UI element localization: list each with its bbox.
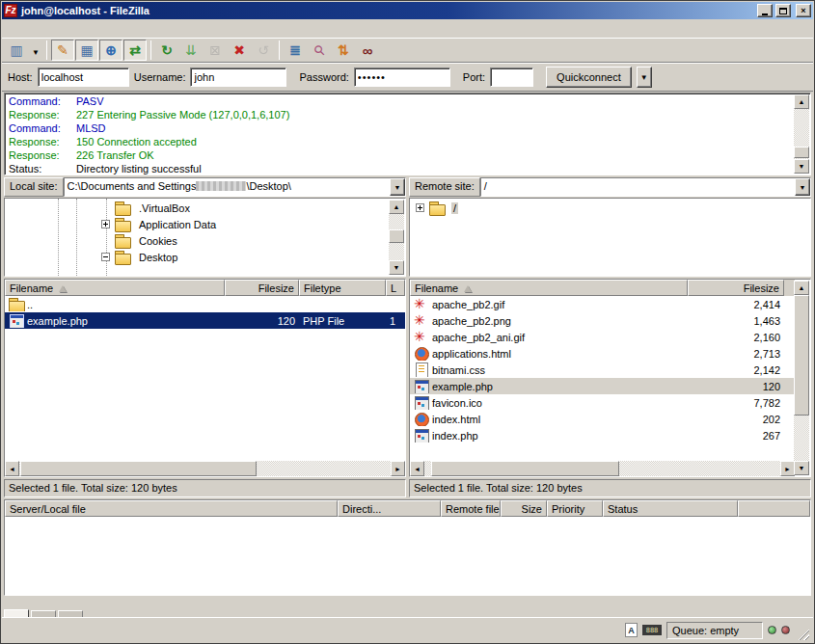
scrollbar-thumb[interactable]	[20, 461, 257, 476]
remote-path-dropdown[interactable]: ▼	[795, 178, 810, 196]
toolbar-toggle-button[interactable]	[99, 40, 122, 61]
toolbar-button[interactable]	[228, 40, 251, 61]
filezilla-app-icon[interactable]: Fz	[4, 4, 17, 17]
queue-column-header[interactable]: Directi...	[338, 500, 441, 517]
queue-tab[interactable]	[31, 610, 56, 617]
file-row[interactable]: example.php 120	[410, 378, 795, 394]
file-row[interactable]: apache_pb2.png 1,463	[410, 312, 795, 329]
filezilla-window: Fz john@localhost - FileZilla × Host: Us…	[0, 0, 815, 644]
file-row[interactable]: apache_pb2_ani.gif 2,160	[410, 329, 795, 345]
folder-icon	[115, 217, 131, 231]
toolbar-toggle-button[interactable]	[75, 40, 98, 61]
menu-item[interactable]	[50, 27, 66, 31]
queue-column-header[interactable]	[738, 500, 810, 517]
menu-item[interactable]	[19, 27, 35, 31]
scroll-down-icon[interactable]: ▼	[794, 159, 809, 174]
local-path-combo[interactable]: C:\Documents and Settings\Desktop\ ▼	[64, 177, 406, 197]
toolbar-button[interactable]	[204, 40, 227, 61]
tree-item[interactable]: Desktop	[101, 249, 405, 265]
menu-item[interactable]	[4, 27, 19, 31]
toolbar-button[interactable]	[29, 40, 42, 61]
local-tree-scrollbar[interactable]: ▲ ▼	[389, 200, 404, 275]
toolbar-button[interactable]	[155, 40, 178, 61]
menu-item[interactable]	[66, 27, 81, 31]
expander-icon[interactable]	[101, 220, 110, 228]
column-header-filetype[interactable]: Filetype	[299, 280, 386, 296]
close-button[interactable]: ×	[796, 4, 811, 17]
queue-column-header[interactable]: Remote file	[441, 500, 501, 517]
menu-item[interactable]	[35, 27, 50, 31]
tree-item[interactable]: .VirtualBox	[101, 200, 405, 216]
remote-list-scrollbar[interactable]: ▲ ▼	[794, 281, 809, 475]
toolbar-button[interactable]	[179, 40, 203, 61]
scrollbar-thumb[interactable]	[794, 295, 809, 416]
toolbar-button[interactable]	[5, 40, 28, 61]
queue-column-header[interactable]: Priority	[547, 500, 603, 517]
toolbar-toggle-button[interactable]	[123, 40, 147, 61]
tree-guide	[106, 199, 107, 276]
scroll-right-icon[interactable]: ►	[391, 461, 405, 476]
remote-hscrollbar[interactable]: ◄ ►	[410, 461, 795, 476]
toolbar-button[interactable]	[332, 40, 355, 61]
column-header-filename[interactable]: Filename	[410, 280, 688, 296]
resize-grip[interactable]	[797, 628, 809, 640]
toolbar-button[interactable]	[308, 40, 331, 61]
scroll-up-icon[interactable]: ▲	[794, 281, 809, 295]
file-row[interactable]: favicon.ico 7,782	[410, 394, 795, 411]
file-name: example.php	[432, 381, 493, 392]
remote-file-list: Filename Filesize apache_pb2.gif 2,414 a…	[409, 279, 811, 477]
column-header-filesize[interactable]: Filesize	[225, 280, 299, 296]
file-row[interactable]: example.php 120 PHP File 1	[5, 312, 405, 329]
column-header-lastmodified[interactable]: L	[386, 280, 405, 296]
local-path[interactable]: C:\Documents and Settings\Desktop\	[65, 178, 390, 196]
scroll-down-icon[interactable]: ▼	[389, 260, 404, 275]
queue-column-header[interactable]: Size	[501, 500, 547, 517]
scroll-up-icon[interactable]: ▲	[389, 200, 404, 214]
toolbar-button[interactable]	[356, 40, 379, 61]
expander-icon[interactable]	[416, 203, 424, 212]
password-input[interactable]	[354, 67, 450, 87]
remote-path[interactable]: /	[481, 178, 795, 196]
tree-item[interactable]: Application Data	[101, 216, 405, 232]
maximize-button[interactable]	[775, 4, 791, 17]
file-row[interactable]: ..	[5, 296, 405, 312]
menu-item[interactable]	[81, 27, 96, 31]
file-row[interactable]: bitnami.css 2,142	[410, 362, 795, 378]
scroll-left-icon[interactable]: ◄	[410, 461, 424, 476]
file-row[interactable]: index.html 202	[410, 411, 795, 427]
file-row[interactable]: index.php 267	[410, 427, 795, 443]
file-row[interactable]: apache_pb2.gif 2,414	[410, 296, 795, 312]
host-input[interactable]	[38, 67, 129, 87]
scroll-left-icon[interactable]: ◄	[5, 461, 19, 476]
php-file-icon	[414, 428, 430, 443]
toolbar-button[interactable]	[284, 40, 307, 61]
local-hscrollbar[interactable]: ◄ ►	[5, 461, 405, 476]
port-input[interactable]	[490, 67, 533, 87]
minimize-button[interactable]	[757, 4, 773, 17]
queue-tab[interactable]	[58, 610, 83, 617]
file-row[interactable]: applications.html 2,713	[410, 345, 795, 362]
scrollbar-thumb[interactable]	[389, 229, 404, 243]
quickconnect-button[interactable]: Quickconnect	[546, 67, 632, 88]
log-scrollbar[interactable]: ▲ ▼	[794, 94, 809, 174]
scroll-down-icon[interactable]: ▼	[794, 461, 809, 475]
username-input[interactable]	[190, 67, 286, 87]
menu-item[interactable]	[96, 27, 112, 31]
tree-item[interactable]: Cookies	[101, 232, 405, 249]
remote-path-combo[interactable]: / ▼	[480, 177, 811, 197]
quickconnect-dropdown-button[interactable]: ▼	[637, 67, 652, 88]
scrollbar-thumb[interactable]	[794, 147, 809, 158]
expander-icon[interactable]	[101, 253, 110, 261]
queue-column-header[interactable]: Status	[603, 500, 738, 517]
queue-tab[interactable]	[4, 609, 29, 617]
scroll-right-icon[interactable]: ►	[780, 461, 795, 476]
scroll-up-icon[interactable]: ▲	[794, 94, 809, 109]
queue-column-header[interactable]: Server/Local file	[5, 500, 338, 517]
column-header-filename[interactable]: Filename	[5, 280, 225, 296]
local-path-dropdown[interactable]: ▼	[390, 178, 405, 196]
tree-item[interactable]: /	[416, 200, 810, 216]
toolbar-button[interactable]	[252, 40, 275, 61]
scrollbar-thumb[interactable]	[431, 461, 619, 476]
column-header-filesize[interactable]: Filesize	[688, 280, 784, 296]
toolbar-toggle-button[interactable]	[51, 40, 74, 61]
